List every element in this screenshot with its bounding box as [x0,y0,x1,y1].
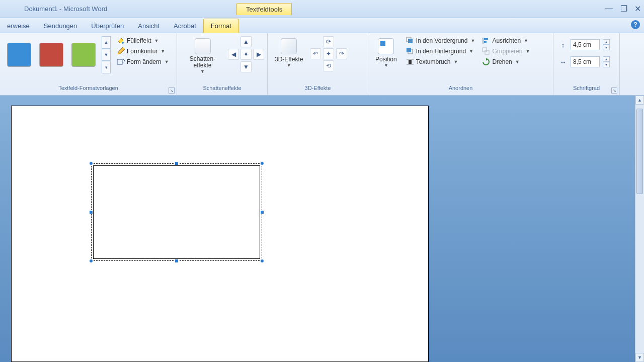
gallery-scroll-up[interactable]: ▲ [102,36,111,49]
style-gallery[interactable]: ▲ ▼ ▾ [3,36,111,73]
title-bar: Dokument1 - Microsoft Word Textfeldtools… [0,0,644,18]
tilt-right[interactable]: ↷ [336,48,347,59]
scroll-thumb[interactable] [636,109,643,194]
in-den-vordergrund-button[interactable]: In den Vordergrund▼ [404,36,477,45]
resize-handle-mr[interactable] [260,210,264,214]
shadow-icon [195,38,211,54]
schatteneffekte-button[interactable]: Schatten- effekte▼ [180,36,225,75]
shadow-nudge-down[interactable]: ▼ [240,61,252,72]
text-wrap-icon [406,58,414,66]
svg-rect-4 [407,48,411,52]
shape-height-input[interactable] [571,39,600,50]
close-button[interactable]: ✕ [634,4,641,14]
svg-rect-6 [409,60,412,64]
group-label-size: Schriftgrad [553,85,619,95]
textbox-frame[interactable] [93,165,260,259]
resize-handle-bm[interactable] [175,259,179,263]
tab-verweise[interactable]: erweise [0,19,37,33]
formkontur-button[interactable]: Formkontur▼ [115,47,171,56]
bring-front-icon [406,37,414,45]
gallery-more[interactable]: ▾ [102,61,111,73]
restore-button[interactable]: ❐ [620,4,627,14]
height-icon: ↕ [558,40,568,49]
group-label-arrange: Anordnen [368,85,553,95]
height-up[interactable]: ▲ [603,39,610,45]
svg-rect-10 [484,38,488,40]
minimize-button[interactable]: ― [605,4,613,14]
svg-rect-1 [117,59,122,64]
tilt-left[interactable]: ↶ [310,48,321,59]
window-title: Dokument1 - Microsoft Word [4,5,107,13]
position-icon [378,38,394,54]
width-icon: ↔ [558,57,568,66]
position-button[interactable]: Position▼ [371,36,401,69]
vertical-scrollbar[interactable]: ▲ ▼ [635,96,644,362]
svg-rect-12 [482,48,487,52]
resize-handle-tm[interactable] [175,161,179,165]
ausrichten-button[interactable]: Ausrichten▼ [480,36,532,45]
style-swatch-red[interactable] [39,43,63,67]
tilt-down[interactable]: ⟲ [323,60,334,71]
ribbon: ▲ ▼ ▾ Fülleffekt▼ Formkontur▼ Form änder… [0,33,644,96]
svg-point-0 [122,42,124,44]
resize-handle-ml[interactable] [89,210,93,214]
selected-textbox[interactable] [91,163,262,261]
style-swatch-green[interactable] [71,43,96,67]
form-aendern-button[interactable]: Form ändern▼ [115,57,171,66]
group-label-styles: Textfeld-Formatvorlagen [0,85,177,95]
gruppieren-button[interactable]: Gruppieren▼ [480,47,532,56]
resize-handle-br[interactable] [260,259,264,263]
shadow-nudge-up[interactable]: ▲ [240,36,252,47]
tilt-up[interactable]: ⟳ [323,36,334,47]
group-label-3d: 3D-Effekte [268,85,368,95]
in-den-hintergrund-button[interactable]: In den Hintergrund▼ [404,47,477,56]
svg-rect-11 [484,41,487,43]
align-icon [482,37,490,45]
resize-handle-bl[interactable] [89,259,93,263]
group-icon [482,47,490,55]
gallery-scroll-down[interactable]: ▼ [102,49,111,61]
shadow-nudge-right[interactable]: ▶ [253,49,264,60]
textumbruch-button[interactable]: Textumbruch▼ [404,57,477,66]
3d-effekte-button[interactable]: 3D-Effekte▼ [271,36,307,69]
svg-rect-13 [485,50,489,54]
style-swatch-blue[interactable] [7,43,31,67]
drehen-button[interactable]: Drehen▼ [480,57,532,66]
size-dialog-launcher[interactable]: ↘ [611,87,617,94]
height-down[interactable]: ▼ [603,45,610,50]
shape-width-input[interactable] [571,56,600,67]
styles-dialog-launcher[interactable]: ↘ [169,87,175,94]
scroll-down[interactable]: ▼ [635,353,644,362]
contextual-tab-textfeldtools[interactable]: Textfeldtools [236,3,292,15]
shadow-toggle[interactable]: ✦ [240,49,252,60]
paint-bucket-icon [117,37,125,45]
scroll-up[interactable]: ▲ [635,96,644,105]
width-down[interactable]: ▼ [603,62,610,67]
rotate-icon [482,58,490,66]
shadow-nudge-left[interactable]: ◀ [228,49,239,60]
resize-handle-tr[interactable] [260,161,264,165]
tab-sendungen[interactable]: Sendungen [37,19,85,33]
change-shape-icon [117,58,125,66]
group-label-shadow: Schatteneffekte [177,85,267,95]
fuelleffekt-button[interactable]: Fülleffekt▼ [115,36,171,45]
ribbon-tabs: erweise Sendungen Überprüfen Ansicht Acr… [0,18,644,33]
tab-acrobat[interactable]: Acrobat [167,19,203,33]
send-back-icon [406,47,414,55]
resize-handle-tl[interactable] [89,161,93,165]
help-icon[interactable]: ? [631,20,640,29]
tab-ansicht[interactable]: Ansicht [131,19,167,33]
pencil-outline-icon [117,47,125,55]
width-up[interactable]: ▲ [603,56,610,62]
document-page[interactable] [11,106,429,362]
3d-toggle[interactable]: ✦ [323,48,334,59]
tab-ueberpruefen[interactable]: Überprüfen [84,19,131,33]
svg-rect-2 [408,39,413,43]
tab-format[interactable]: Format [203,19,239,33]
cube-icon [281,38,297,54]
